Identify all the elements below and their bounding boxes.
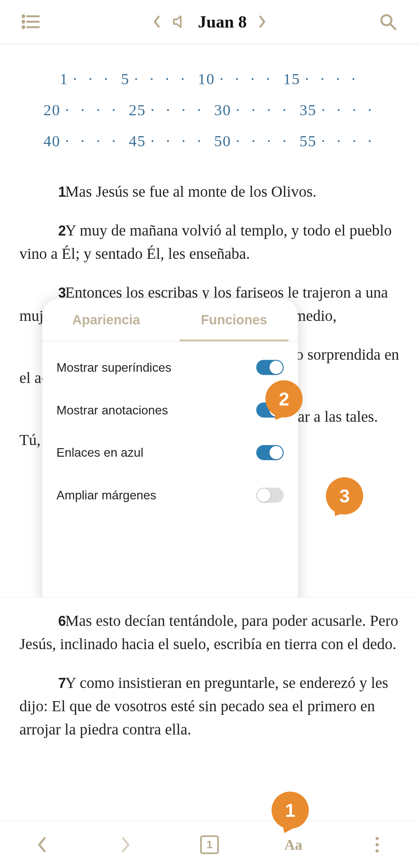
settings-popover: Apariencia Funciones Mostrar superíndice… bbox=[42, 299, 298, 597]
verse-number: 1 bbox=[39, 182, 58, 203]
verse-nav-num[interactable]: 10 bbox=[196, 64, 217, 95]
verse-nav-num[interactable]: 20 bbox=[41, 95, 63, 126]
verse-number-nav: 1 · · · 5 · · · · 10 · · · · 15 · · · · … bbox=[0, 44, 419, 172]
verse-nav-num[interactable]: 15 bbox=[281, 64, 303, 95]
verse[interactable]: 1Mas Jesús se fue al monte de los Olivos… bbox=[19, 180, 400, 203]
option-label: Mostrar anotaciones bbox=[57, 403, 168, 418]
prev-chapter-icon[interactable] bbox=[153, 15, 161, 28]
toggle-blue-links[interactable] bbox=[256, 445, 284, 460]
toggle-superscripts[interactable] bbox=[256, 360, 284, 375]
nav-prev-button[interactable] bbox=[0, 821, 84, 868]
verse-nav-num[interactable]: 25 bbox=[126, 95, 148, 126]
svg-point-0 bbox=[23, 16, 24, 17]
verse-text: Mas esto decían tentándole, para poder a… bbox=[19, 612, 398, 653]
verse[interactable]: 7Y como insistieran en preguntarle, se e… bbox=[19, 671, 400, 741]
option-label: Mostrar superíndices bbox=[57, 360, 171, 375]
top-bar: Juan 8 bbox=[0, 0, 419, 44]
option-label: Ampliar márgenes bbox=[57, 488, 156, 502]
text-size-icon: Aa bbox=[284, 836, 302, 853]
svg-marker-6 bbox=[174, 16, 181, 27]
next-chapter-icon[interactable] bbox=[258, 15, 266, 28]
verse-nav-num[interactable]: 30 bbox=[212, 95, 234, 126]
tutorial-callout-1: 1 bbox=[272, 792, 309, 829]
verse-nav-num[interactable]: 1 bbox=[57, 64, 71, 95]
toc-icon[interactable] bbox=[22, 14, 40, 29]
option-annotations: Mostrar anotaciones bbox=[57, 389, 284, 431]
verse[interactable]: 6Mas esto decían tentándole, para poder … bbox=[19, 609, 400, 656]
option-superscripts: Mostrar superíndices bbox=[57, 346, 284, 389]
svg-point-11 bbox=[376, 849, 379, 852]
svg-point-9 bbox=[376, 837, 379, 840]
verse-nav-num[interactable]: 50 bbox=[212, 126, 234, 157]
verse-text: Y muy de mañana volvió al templo, y todo… bbox=[19, 222, 392, 262]
tab-appearance[interactable]: Apariencia bbox=[42, 299, 170, 341]
verse-nav-num[interactable]: 5 bbox=[119, 64, 132, 95]
svg-point-10 bbox=[376, 843, 379, 846]
verse-text: Y como insistieran en preguntarle, se en… bbox=[19, 674, 388, 738]
verse-number: 6 bbox=[39, 611, 58, 632]
toggle-margins[interactable] bbox=[256, 488, 284, 503]
verse-nav-num[interactable]: 40 bbox=[41, 126, 63, 157]
verse-number: 2 bbox=[39, 220, 58, 241]
audio-icon[interactable] bbox=[172, 15, 186, 29]
nav-next-button[interactable] bbox=[84, 821, 168, 868]
chapter-title[interactable]: Juan 8 bbox=[198, 12, 247, 32]
page-indicator-button[interactable]: 1 bbox=[168, 821, 251, 868]
bottom-bar: 1 Aa bbox=[0, 821, 419, 868]
svg-line-8 bbox=[390, 24, 395, 29]
verse-number: 7 bbox=[39, 673, 58, 694]
verse-nav-num[interactable]: 45 bbox=[126, 126, 148, 157]
verse[interactable]: 2Y muy de mañana volvió al templo, y tod… bbox=[19, 219, 400, 265]
search-icon[interactable] bbox=[379, 13, 397, 31]
verse-text: Mas Jesús se fue al monte de los Olivos. bbox=[65, 183, 317, 200]
verse-nav-num[interactable]: 55 bbox=[297, 126, 319, 157]
verse-nav-num[interactable]: 35 bbox=[297, 95, 319, 126]
tab-functions[interactable]: Funciones bbox=[170, 299, 298, 341]
option-label: Enlaces en azul bbox=[57, 445, 144, 460]
svg-point-4 bbox=[23, 26, 24, 28]
more-options-button[interactable] bbox=[335, 821, 419, 868]
tutorial-callout-3: 3 bbox=[326, 477, 363, 515]
svg-point-2 bbox=[23, 21, 24, 23]
option-blue-links: Enlaces en azul bbox=[57, 431, 284, 474]
tutorial-callout-2: 2 bbox=[265, 380, 303, 418]
option-margins: Ampliar márgenes bbox=[57, 474, 284, 516]
